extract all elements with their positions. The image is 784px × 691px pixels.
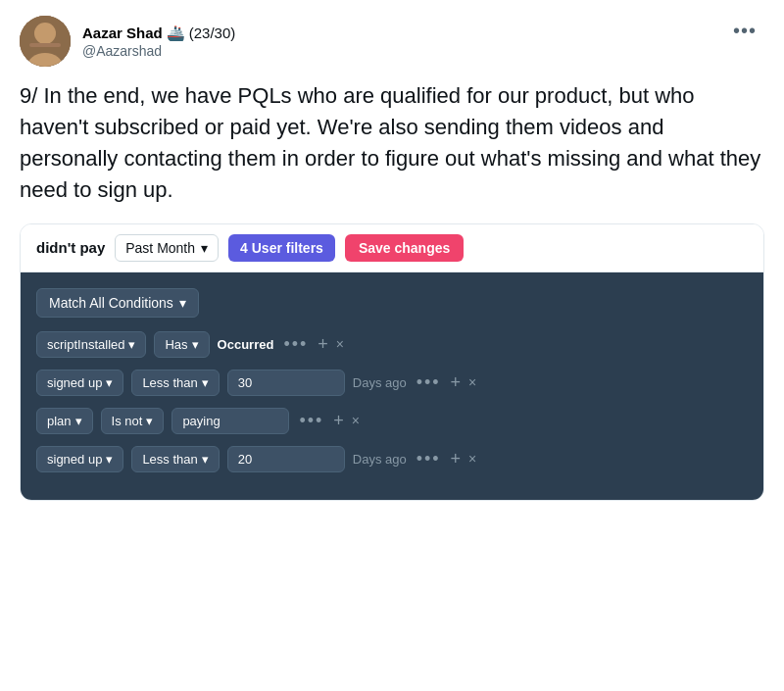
field-dropdown-1[interactable]: scriptInstalled ▾ bbox=[36, 331, 146, 358]
add-condition-row4[interactable]: + bbox=[451, 449, 462, 469]
match-all-chevron-icon: ▾ bbox=[179, 295, 186, 311]
filter-header: didn't pay Past Month ▾ 4 User filters S… bbox=[21, 224, 763, 272]
operator-label-4: Less than bbox=[142, 452, 197, 467]
field-dropdown-3[interactable]: plan ▾ bbox=[36, 408, 93, 434]
more-options-row3[interactable]: ••• bbox=[297, 411, 325, 431]
avatar bbox=[20, 16, 71, 67]
chevron-down-icon: ▾ bbox=[201, 240, 208, 256]
more-options-button[interactable]: ••• bbox=[725, 16, 764, 46]
save-changes-button[interactable]: Save changes bbox=[345, 234, 464, 262]
chevron-icon-op-2: ▾ bbox=[202, 375, 209, 390]
days-ago-label-4: Days ago bbox=[353, 452, 407, 467]
remove-row1[interactable]: × bbox=[336, 336, 344, 352]
value-input-3[interactable] bbox=[172, 408, 289, 434]
operator-dropdown-2[interactable]: Less than ▾ bbox=[131, 370, 219, 396]
more-options-row1[interactable]: ••• bbox=[281, 334, 310, 355]
operator-label-1: Has bbox=[165, 337, 187, 352]
tweet-container: Aazar Shad 🚢 (23/30) @Aazarshad ••• 9/ I… bbox=[0, 0, 784, 501]
chevron-icon-3: ▾ bbox=[75, 414, 82, 428]
more-options-row2[interactable]: ••• bbox=[415, 372, 443, 393]
add-condition-row3[interactable]: + bbox=[333, 411, 344, 431]
condition-row-1: scriptInstalled ▾ Has ▾ Occurred ••• + × bbox=[36, 331, 748, 358]
past-month-label: Past Month bbox=[125, 240, 195, 256]
user-handle: @Aazarshad bbox=[82, 43, 235, 59]
value-input-2[interactable] bbox=[227, 370, 345, 396]
operator-dropdown-3[interactable]: Is not ▾ bbox=[101, 408, 165, 434]
add-condition-row1[interactable]: + bbox=[318, 334, 328, 355]
operator-label-2: Less than bbox=[142, 375, 197, 390]
svg-point-1 bbox=[34, 23, 56, 44]
user-emoji: 🚢 bbox=[167, 25, 185, 42]
value-input-4[interactable] bbox=[227, 446, 345, 472]
chevron-icon-op-1: ▾ bbox=[192, 337, 199, 352]
past-month-button[interactable]: Past Month ▾ bbox=[115, 234, 219, 262]
user-name-line: Aazar Shad 🚢 (23/30) bbox=[82, 25, 235, 42]
condition-row-2: signed up ▾ Less than ▾ Days ago ••• + × bbox=[36, 370, 748, 396]
svg-rect-3 bbox=[29, 43, 61, 47]
match-all-button[interactable]: Match All Conditions ▾ bbox=[36, 288, 199, 318]
operator-dropdown-1[interactable]: Has ▾ bbox=[154, 331, 209, 358]
days-ago-label-2: Days ago bbox=[353, 375, 407, 390]
remove-row2[interactable]: × bbox=[468, 374, 476, 390]
user-filters-button[interactable]: 4 User filters bbox=[228, 234, 335, 262]
remove-row4[interactable]: × bbox=[468, 451, 476, 467]
filter-title: didn't pay bbox=[36, 239, 105, 256]
field-dropdown-2[interactable]: signed up ▾ bbox=[36, 370, 123, 396]
chevron-icon-2: ▾ bbox=[106, 375, 113, 390]
field-label-4: signed up bbox=[47, 452, 102, 467]
operator-label-3: Is not bbox=[112, 414, 143, 428]
tweet-user: Aazar Shad 🚢 (23/30) @Aazarshad bbox=[20, 16, 235, 67]
tweet-header: Aazar Shad 🚢 (23/30) @Aazarshad ••• bbox=[20, 16, 764, 67]
chevron-icon-op-4: ▾ bbox=[202, 452, 209, 467]
user-counter: (23/30) bbox=[189, 25, 236, 41]
chevron-icon-op-3: ▾ bbox=[146, 414, 153, 428]
filter-card: didn't pay Past Month ▾ 4 User filters S… bbox=[20, 223, 764, 501]
operator-dropdown-4[interactable]: Less than ▾ bbox=[131, 446, 219, 472]
condition-row-4: signed up ▾ Less than ▾ Days ago ••• + × bbox=[36, 446, 748, 472]
field-label-2: signed up bbox=[47, 375, 102, 390]
match-all-label: Match All Conditions bbox=[49, 295, 173, 311]
remove-row3[interactable]: × bbox=[352, 413, 360, 428]
more-options-row4[interactable]: ••• bbox=[415, 449, 443, 469]
chevron-icon-4: ▾ bbox=[106, 452, 113, 467]
tweet-text: 9/ In the end, we have PQLs who are qual… bbox=[20, 80, 764, 206]
occurred-label: Occurred bbox=[218, 337, 274, 352]
filter-body: Match All Conditions ▾ scriptInstalled ▾… bbox=[21, 272, 763, 500]
user-info: Aazar Shad 🚢 (23/30) @Aazarshad bbox=[82, 25, 235, 59]
add-condition-row2[interactable]: + bbox=[451, 372, 462, 393]
field-label-1: scriptInstalled bbox=[47, 337, 124, 352]
chevron-icon-1: ▾ bbox=[128, 337, 135, 352]
match-all-row: Match All Conditions ▾ bbox=[36, 288, 748, 318]
condition-row-3: plan ▾ Is not ▾ ••• + × bbox=[36, 408, 748, 434]
field-dropdown-4[interactable]: signed up ▾ bbox=[36, 446, 123, 472]
field-label-3: plan bbox=[47, 414, 72, 428]
user-name: Aazar Shad bbox=[82, 25, 163, 41]
